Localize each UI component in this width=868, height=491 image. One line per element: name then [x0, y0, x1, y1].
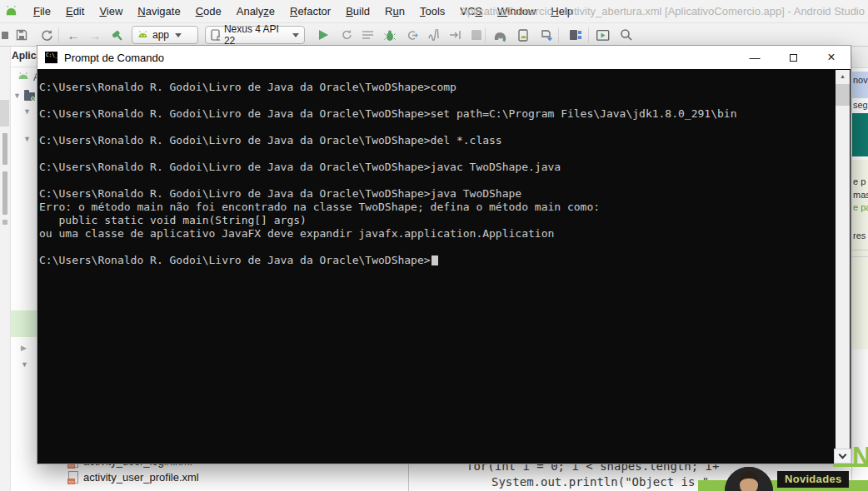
tool-window-button[interactable] — [2, 133, 7, 165]
menu-code[interactable]: Code — [188, 5, 229, 17]
terminal-line: public static void main(String[] args) — [39, 214, 822, 227]
tree-expand-icon[interactable]: ▼ — [23, 136, 31, 143]
menu-build[interactable]: Build — [338, 5, 377, 17]
running-devices-icon[interactable] — [595, 27, 611, 43]
toolbar-separator — [558, 27, 559, 42]
android-icon — [137, 30, 148, 40]
module-selector[interactable]: app — [132, 26, 198, 44]
project-structure-icon[interactable] — [568, 27, 585, 43]
android-icon — [17, 71, 29, 82]
terminal-line — [39, 94, 822, 107]
sync-icon[interactable] — [38, 27, 55, 43]
overlay-heading-letter: N — [852, 442, 868, 472]
chevron-down-icon — [292, 33, 299, 37]
menu-navigate[interactable]: Navigate — [130, 5, 187, 17]
terminal-scrollbar[interactable]: ▲ ▼ — [836, 70, 850, 464]
chevron-down-icon — [175, 33, 182, 37]
terminal-line — [39, 147, 822, 161]
text-fragment: seg — [853, 100, 868, 110]
toolbar-separator — [58, 27, 59, 42]
terminal-line — [39, 174, 822, 187]
menu-run[interactable]: Run — [377, 5, 412, 17]
menu-analyze[interactable]: Analyze — [229, 5, 282, 17]
text-fragment: res — [853, 231, 866, 241]
divider — [852, 256, 868, 257]
menu-view[interactable]: View — [92, 5, 130, 17]
minimize-button[interactable]: — — [736, 46, 774, 69]
tree-expand-icon[interactable]: ▼ — [21, 361, 28, 369]
cmd-titlebar[interactable]: Prompt de Comando — × — [37, 46, 851, 69]
collapse-overlay-button[interactable] — [834, 449, 851, 464]
device-selector[interactable]: Nexus 4 API 22 — [205, 26, 305, 44]
tree-expand-icon[interactable]: ▼ — [23, 108, 31, 116]
stop-icon[interactable] — [468, 27, 485, 43]
project-panel: Aplicativ A ▼ ▼ ▼ ▶ ▼ — [11, 47, 37, 491]
terminal-line: C:\Users\Ronaldo R. Godoi\Livro de Java … — [39, 187, 822, 201]
device-icon — [211, 29, 220, 41]
terminal-line: Erro: o método main não foi encontrado n… — [39, 201, 822, 214]
run-configurations-icon[interactable] — [360, 27, 377, 43]
run-icon[interactable] — [315, 27, 332, 43]
close-button[interactable]: × — [812, 46, 851, 69]
tool-window-button[interactable] — [2, 220, 7, 225]
project-tab-label[interactable]: Aplicativ — [12, 50, 37, 62]
tool-window-button[interactable] — [2, 171, 7, 215]
tree-expand-icon[interactable]: ▼ — [13, 92, 21, 100]
android-studio-logo-icon — [5, 5, 17, 17]
maximize-icon — [790, 54, 797, 62]
divider — [11, 67, 37, 67]
text-fragment: mas — [853, 190, 868, 200]
build-hammer-icon[interactable] — [110, 27, 127, 43]
open-icon[interactable] — [0, 27, 10, 43]
cmd-window-title: Prompt de Comando — [64, 52, 164, 64]
scroll-up-icon[interactable]: ▲ — [836, 70, 850, 82]
maximize-button[interactable] — [774, 46, 812, 69]
toolbar-separator — [588, 27, 589, 42]
panel-fragment — [852, 47, 868, 68]
tool-window-button-active[interactable] — [0, 100, 9, 126]
menu-edit[interactable]: Edit — [58, 5, 92, 17]
back-icon[interactable]: ← — [65, 27, 82, 43]
divider — [852, 250, 868, 250]
command-prompt-window[interactable]: Prompt de Comando — × C:\Users\Ronaldo R… — [37, 45, 851, 464]
channel-badge[interactable]: Novidades — [777, 471, 849, 488]
apply-changes-icon[interactable] — [338, 27, 355, 43]
terminal-line: ou uma classe de aplicativo JavaFX deve … — [39, 227, 822, 241]
terminal-line: C:\Users\Ronaldo R. Godoi\Livro de Java … — [39, 107, 822, 121]
save-icon[interactable] — [13, 27, 30, 43]
attach-debugger-icon[interactable] — [403, 27, 420, 43]
teal-block-fragment — [852, 113, 868, 156]
text-fragment: e pa — [853, 202, 868, 212]
text-fragment: e p — [853, 176, 866, 186]
debug-icon[interactable] — [382, 27, 398, 43]
chevron-down-icon — [839, 450, 847, 459]
terminal-line — [39, 241, 822, 254]
menu-tools[interactable]: Tools — [412, 5, 452, 17]
file-name: activity_user_profile.xml — [83, 471, 199, 484]
device-selector-value: Nexus 4 API 22 — [224, 23, 287, 47]
restart-activity-icon[interactable] — [446, 27, 463, 43]
sdk-manager-icon[interactable] — [538, 27, 555, 43]
cmd-icon — [45, 52, 57, 63]
channel-avatar[interactable] — [725, 467, 773, 491]
terminal-cursor — [432, 255, 438, 265]
menu-file[interactable]: File — [26, 5, 58, 17]
terminal-output[interactable]: C:\Users\Ronaldo R. Godoi\Livro de Java … — [39, 81, 822, 267]
main-toolbar: ← → app Nexus 4 API 22 — [0, 23, 868, 47]
folder-status-dot — [31, 97, 35, 101]
gradle-sync-icon[interactable] — [491, 27, 508, 43]
toolbar-separator — [485, 27, 486, 42]
forward-icon[interactable]: → — [87, 27, 103, 43]
scrollbar-thumb[interactable] — [836, 84, 850, 106]
profiler-icon[interactable] — [425, 27, 441, 43]
tree-collapse-icon[interactable]: ▶ — [21, 345, 27, 352]
terminal-line: C:\Users\Ronaldo R. Godoi\Livro de Java … — [39, 134, 822, 147]
right-panel-sliver: novo seg e p mas e pa res — [851, 47, 868, 491]
terminal-line: C:\Users\Ronaldo R. Godoi\Livro de Java … — [39, 81, 822, 94]
tree-selection-highlight — [11, 310, 37, 337]
menu-refactor[interactable]: Refactor — [282, 5, 338, 17]
search-icon[interactable] — [618, 27, 635, 43]
terminal-line: C:\Users\Ronaldo R. Godoi\Livro de Java … — [39, 254, 822, 267]
tree-file-row[interactable]: activity_user_profile.xml — [68, 471, 199, 484]
device-manager-icon[interactable] — [515, 27, 531, 43]
